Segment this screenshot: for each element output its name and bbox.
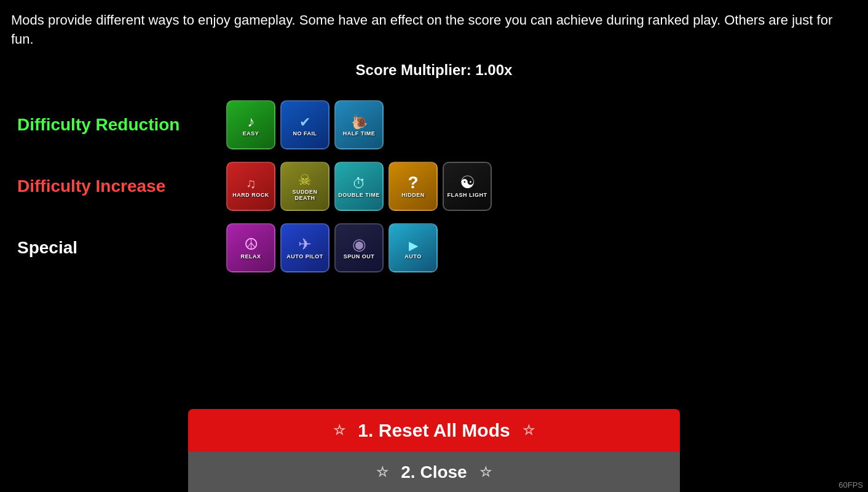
reset-label: 1. Reset All Mods: [358, 420, 510, 441]
description-text: Mods provide different ways to enjoy gam…: [11, 11, 857, 49]
mod-easy[interactable]: EASY: [226, 100, 275, 149]
mod-spunout[interactable]: SPUN OUT: [334, 223, 384, 272]
mod-relax[interactable]: RELAX: [226, 223, 275, 272]
special-icons: RELAX AUTO PILOT SPUN OUT AUTO: [226, 223, 438, 272]
reduction-icons: EASY NO FAIL HALF TIME: [226, 100, 384, 149]
close-button[interactable]: ☆ 2. Close ☆: [188, 452, 680, 492]
special-label: Special: [17, 238, 214, 258]
hidden-label: HIDDEN: [401, 192, 425, 199]
nofail-label: NO FAIL: [293, 131, 317, 137]
suddendeath-icon: [298, 171, 312, 188]
easy-label: EASY: [243, 131, 259, 137]
mod-flashlight[interactable]: FLASH LIGHT: [443, 162, 492, 211]
autopilot-icon: [298, 236, 312, 253]
halftime-label: HALF TIME: [343, 131, 376, 137]
flashlight-label: FLASH LIGHT: [448, 192, 487, 199]
increase-icons: HARD ROCK SUDDEN DEATH DOUBLE TIME HIDDE…: [226, 162, 492, 211]
reset-button[interactable]: ☆ 1. Reset All Mods ☆: [188, 409, 680, 452]
nofail-icon: [299, 113, 310, 130]
autopilot-label: AUTO PILOT: [286, 254, 323, 260]
hardrock-label: HARD ROCK: [232, 192, 269, 199]
score-multiplier: Score Multiplier: 1.00x: [11, 62, 857, 79]
reset-star-left: ☆: [333, 423, 345, 438]
difficulty-reduction-label: Difficulty Reduction: [17, 115, 214, 135]
doubletime-label: DOUBLE TIME: [338, 192, 380, 199]
spunout-icon: [352, 236, 366, 253]
hidden-icon: [408, 174, 418, 191]
auto-icon: [409, 236, 418, 253]
hardrock-icon: [246, 174, 256, 191]
mod-hardrock[interactable]: HARD ROCK: [226, 162, 275, 211]
auto-label: AUTO: [404, 254, 421, 260]
difficulty-increase-row: Difficulty Increase HARD ROCK SUDDEN DEA…: [17, 159, 857, 214]
mod-nofail[interactable]: NO FAIL: [280, 100, 329, 149]
mod-autopilot[interactable]: AUTO PILOT: [280, 223, 329, 272]
mod-suddendeath[interactable]: SUDDEN DEATH: [280, 162, 329, 211]
close-star-right: ☆: [479, 464, 492, 480]
doubletime-icon: [352, 174, 366, 191]
special-row: Special RELAX AUTO PILOT SPUN OUT AUTO: [17, 220, 857, 276]
fps-badge: 60FPS: [838, 480, 863, 490]
mods-section: Difficulty Reduction EASY NO FAIL HALF T…: [17, 97, 857, 276]
bottom-section: ☆ 1. Reset All Mods ☆ ☆ 2. Close ☆: [0, 409, 868, 492]
difficulty-increase-label: Difficulty Increase: [17, 177, 214, 196]
mod-halftime[interactable]: HALF TIME: [334, 100, 384, 149]
relax-icon: [244, 236, 258, 253]
mod-doubletime[interactable]: DOUBLE TIME: [334, 162, 384, 211]
halftime-icon: [351, 113, 368, 130]
difficulty-reduction-row: Difficulty Reduction EASY NO FAIL HALF T…: [17, 97, 857, 153]
easy-icon: [247, 113, 254, 130]
close-star-left: ☆: [376, 464, 389, 480]
reset-star-right: ☆: [523, 423, 535, 438]
close-label: 2. Close: [401, 462, 467, 482]
suddendeath-label: SUDDEN DEATH: [282, 189, 328, 202]
relax-label: RELAX: [240, 254, 261, 260]
spunout-label: SPUN OUT: [344, 254, 375, 260]
mod-auto[interactable]: AUTO: [389, 223, 438, 272]
mod-hidden[interactable]: HIDDEN: [389, 162, 438, 211]
flashlight-icon: [460, 174, 475, 191]
